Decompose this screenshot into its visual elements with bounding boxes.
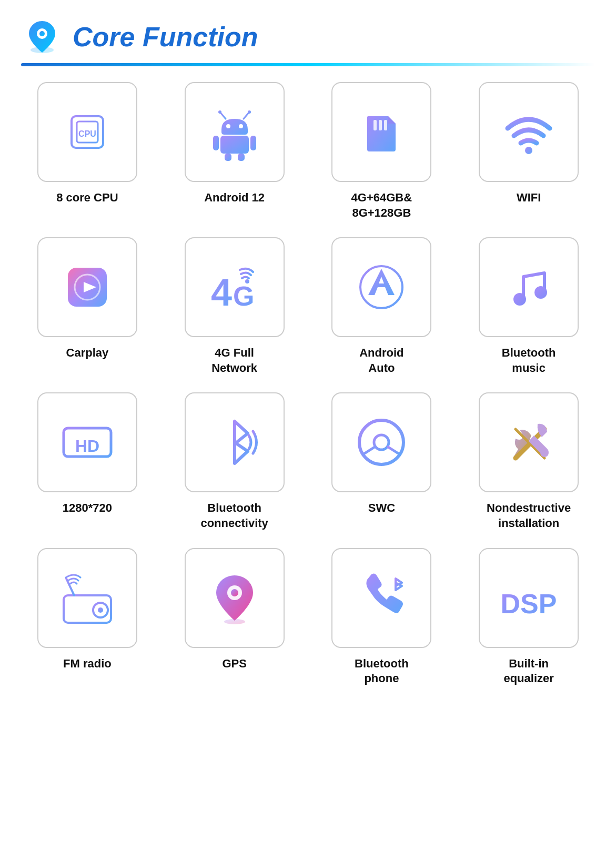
svg-line-52 [388, 447, 400, 454]
androidauto-icon-box [331, 237, 431, 337]
btconn-label: Bluetooth connectivity [200, 501, 268, 531]
svg-text:CPU: CPU [78, 129, 96, 138]
svg-point-67 [224, 619, 245, 624]
svg-rect-56 [64, 595, 111, 623]
feature-wifi: WIFI [462, 82, 595, 220]
feature-fm: FM radio [21, 548, 154, 686]
svg-text:G: G [233, 281, 254, 311]
svg-point-26 [226, 124, 230, 128]
storage-icon-box [331, 82, 431, 182]
feature-carplay: Carplay [21, 237, 154, 376]
swc-icon-box [331, 392, 431, 492]
feature-nondestructive: Nondestructive installation [462, 392, 595, 531]
svg-point-63 [98, 607, 103, 613]
feature-btmusic: Bluetooth music [462, 237, 595, 376]
btphone-icon [352, 569, 410, 627]
swc-icon [352, 413, 410, 471]
nondestructive-icon [500, 413, 558, 471]
wifi-icon [500, 103, 558, 161]
androidauto-label: Android Auto [359, 346, 403, 376]
nondestructive-icon-box [479, 392, 579, 492]
svg-point-23 [218, 110, 221, 114]
hd-icon: HD [58, 413, 116, 471]
feature-cpu: CPU 8 core CPU [21, 82, 154, 220]
fm-label: FM radio [63, 656, 112, 672]
wifi-icon-box [479, 82, 579, 182]
svg-rect-31 [225, 154, 231, 161]
feature-gps: GPS [168, 548, 301, 686]
svg-point-2 [39, 31, 45, 36]
dsp-label: Built-in equalizer [503, 656, 553, 686]
gps-icon [206, 569, 264, 627]
svg-point-66 [231, 589, 238, 596]
swc-label: SWC [368, 501, 395, 516]
carplay-label: Carplay [66, 346, 109, 361]
btconn-icon-box [185, 392, 285, 492]
btmusic-icon [500, 258, 558, 316]
btphone-label: Bluetooth phone [355, 656, 409, 686]
feature-btconn: Bluetooth connectivity [168, 392, 301, 531]
svg-point-44 [513, 293, 526, 306]
svg-rect-30 [250, 136, 256, 150]
page-header: Core Function [21, 16, 595, 58]
hd-label: 1280*720 [63, 501, 112, 516]
hd-icon-box: HD [37, 392, 137, 492]
svg-line-51 [363, 447, 375, 454]
dsp-icon-box: DSP [479, 548, 579, 648]
feature-hd: HD 1280*720 [21, 392, 154, 531]
storage-label: 4G+64GB& 8G+128GB [351, 190, 412, 220]
wifi-label: WIFI [517, 190, 541, 206]
btmusic-label: Bluetooth music [502, 346, 556, 376]
feature-android: Android 12 [168, 82, 301, 220]
svg-rect-34 [379, 120, 382, 130]
feature-dsp: DSP Built-in equalizer [462, 548, 595, 686]
svg-point-36 [525, 147, 532, 154]
carplay-icon [58, 258, 116, 316]
cpu-label: 8 core CPU [56, 190, 118, 206]
android-label: Android 12 [204, 190, 265, 206]
android-icon-box [185, 82, 285, 182]
feature-grid: CPU 8 core CPU [21, 82, 595, 686]
btphone-icon-box [331, 548, 431, 648]
gps-label: GPS [222, 656, 246, 672]
feature-androidauto: Android Auto [316, 237, 448, 376]
svg-point-25 [248, 110, 251, 114]
svg-rect-29 [213, 136, 219, 150]
feature-storage: 4G+64GB& 8G+128GB [316, 82, 448, 220]
4g-icon-box: 4 G [185, 237, 285, 337]
fm-icon [58, 569, 116, 627]
svg-point-55 [540, 449, 549, 457]
btconn-icon [206, 413, 264, 471]
svg-rect-32 [238, 154, 245, 161]
dsp-icon: DSP [500, 569, 558, 627]
android-icon [206, 103, 264, 161]
svg-line-22 [220, 113, 226, 119]
svg-line-24 [244, 113, 249, 119]
feature-4g: 4 G 4G Full Network [168, 237, 301, 376]
header-divider [21, 63, 595, 66]
svg-text:DSP: DSP [501, 588, 557, 619]
svg-rect-35 [384, 120, 387, 130]
svg-rect-33 [373, 120, 377, 130]
svg-point-45 [534, 286, 547, 299]
androidauto-icon [352, 258, 410, 316]
svg-point-49 [374, 435, 389, 450]
svg-text:4: 4 [211, 271, 232, 313]
btmusic-icon-box [479, 237, 579, 337]
svg-point-27 [239, 124, 243, 128]
svg-rect-28 [220, 136, 249, 154]
location-icon [21, 16, 63, 58]
feature-btphone: Bluetooth phone [316, 548, 448, 686]
4g-icon: 4 G [206, 258, 264, 316]
page-title: Core Function [73, 21, 258, 53]
storage-icon [352, 103, 410, 161]
cpu-icon-box: CPU [37, 82, 137, 182]
carplay-icon-box [37, 237, 137, 337]
fm-icon-box [37, 548, 137, 648]
nondestructive-label: Nondestructive installation [487, 501, 571, 531]
cpu-icon: CPU [58, 103, 116, 161]
gps-icon-box [185, 548, 285, 648]
svg-text:HD: HD [75, 437, 99, 456]
feature-swc: SWC [316, 392, 448, 531]
4g-label: 4G Full Network [211, 346, 257, 376]
